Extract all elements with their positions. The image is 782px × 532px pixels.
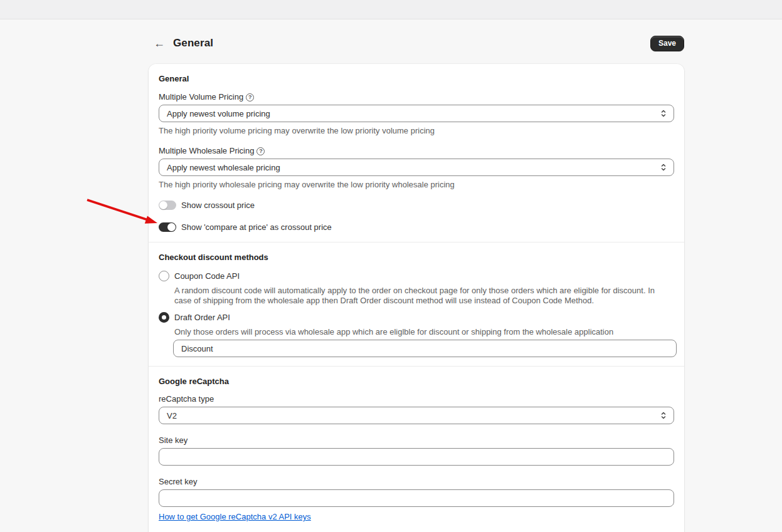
recaptcha-type-select[interactable]: V2 bbox=[159, 407, 674, 424]
wholesale-pricing-label-text: Multiple Wholesale Pricing bbox=[159, 146, 254, 156]
section-google-recaptcha: Google reCaptcha reCaptcha type V2 Site … bbox=[149, 366, 684, 532]
wholesale-pricing-select-value: Apply newest wholesale pricing bbox=[167, 163, 280, 172]
section-checkout-heading: Checkout discount methods bbox=[159, 253, 674, 263]
wholesale-pricing-label: Multiple Wholesale Pricing ? bbox=[159, 146, 674, 156]
help-icon[interactable]: ? bbox=[246, 93, 254, 102]
draft-order-radio[interactable] bbox=[159, 312, 169, 323]
draft-order-radio-label[interactable]: Draft Order API bbox=[174, 313, 230, 322]
wholesale-pricing-select[interactable]: Apply newest wholesale pricing bbox=[159, 159, 674, 176]
compare-at-price-toggle[interactable] bbox=[159, 222, 176, 232]
save-button[interactable]: Save bbox=[650, 36, 684, 51]
draft-order-radio-row: Draft Order API bbox=[159, 312, 674, 323]
section-checkout-discount: Checkout discount methods Coupon Code AP… bbox=[149, 242, 684, 366]
volume-pricing-select[interactable]: Apply newest volume pricing bbox=[159, 105, 674, 122]
recaptcha-type-label: reCaptcha type bbox=[159, 394, 674, 404]
select-updown-icon bbox=[660, 109, 667, 118]
section-general-heading: General bbox=[159, 74, 674, 84]
back-button[interactable]: ← bbox=[151, 36, 167, 50]
site-key-label: Site key bbox=[159, 436, 674, 446]
section-general: General Multiple Volume Pricing ? Apply … bbox=[149, 64, 684, 242]
site-key-input[interactable] bbox=[159, 448, 674, 466]
volume-pricing-help-text: The high priority volume pricing may ove… bbox=[159, 126, 674, 136]
coupon-code-radio-row: Coupon Code API bbox=[159, 271, 674, 281]
select-updown-icon bbox=[660, 411, 667, 420]
crossout-price-toggle-label: Show crossout price bbox=[181, 201, 255, 210]
page-header: ← General Save bbox=[149, 34, 684, 53]
section-recaptcha-heading: Google reCaptcha bbox=[159, 377, 674, 387]
coupon-code-radio[interactable] bbox=[159, 271, 169, 281]
coupon-code-radio-label[interactable]: Coupon Code API bbox=[174, 271, 240, 281]
draft-order-description: Only those orders will process via whole… bbox=[174, 327, 671, 337]
select-updown-icon bbox=[660, 163, 667, 172]
help-icon[interactable]: ? bbox=[256, 147, 265, 155]
discount-title-input[interactable] bbox=[173, 340, 677, 357]
secret-key-input[interactable] bbox=[159, 489, 674, 507]
recaptcha-type-select-value: V2 bbox=[167, 411, 177, 420]
settings-card: General Multiple Volume Pricing ? Apply … bbox=[149, 64, 684, 532]
crossout-price-toggle[interactable] bbox=[159, 201, 176, 210]
compare-at-price-toggle-row: Show 'compare at price' as crossout pric… bbox=[159, 222, 674, 232]
top-bar bbox=[0, 0, 782, 19]
volume-pricing-select-value: Apply newest volume pricing bbox=[167, 109, 270, 118]
compare-at-price-toggle-label: Show 'compare at price' as crossout pric… bbox=[181, 222, 332, 232]
volume-pricing-label: Multiple Volume Pricing ? bbox=[159, 92, 674, 102]
coupon-code-description: A random discount code will automaticall… bbox=[174, 286, 671, 306]
page-title: General bbox=[173, 37, 213, 50]
recaptcha-help-link[interactable]: How to get Google reCaptcha v2 API keys bbox=[159, 512, 311, 522]
wholesale-pricing-help-text: The high priority wholesale pricing may … bbox=[159, 180, 674, 190]
volume-pricing-label-text: Multiple Volume Pricing bbox=[159, 92, 243, 102]
settings-page: ← General Save General Multiple Volume P… bbox=[149, 34, 684, 532]
crossout-price-toggle-row: Show crossout price bbox=[159, 200, 674, 210]
secret-key-label: Secret key bbox=[159, 477, 674, 487]
